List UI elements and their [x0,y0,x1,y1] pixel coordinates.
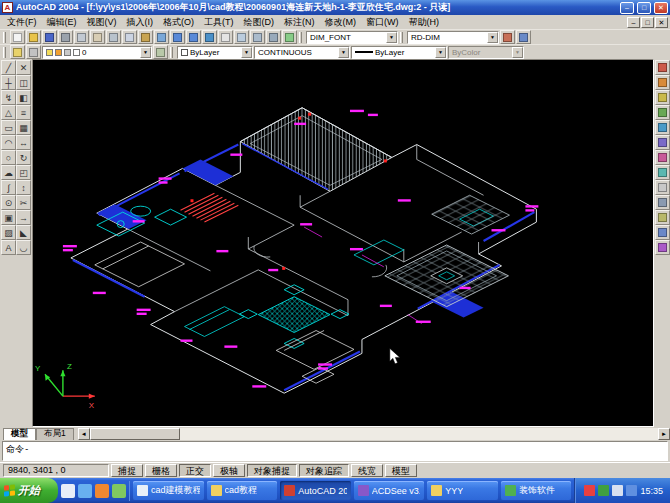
doc-close-icon[interactable]: ✕ [655,17,668,28]
paste-icon[interactable] [138,30,153,44]
stretch-icon[interactable]: ↕ [16,180,31,195]
dim-continue-icon[interactable] [655,180,670,195]
quick-leader-icon[interactable] [655,195,670,210]
array-icon[interactable]: ▦ [16,120,31,135]
toolbar-grip[interactable] [400,32,403,43]
ime-icon[interactable] [584,485,595,496]
menu-modify[interactable]: 修改(M) [320,15,362,30]
chevron-down-icon[interactable]: ▼ [435,47,446,58]
open-icon[interactable] [26,30,41,44]
color-combo[interactable]: ByLayer ▼ [177,46,253,59]
dim-aligned-icon[interactable] [655,75,670,90]
insert-block-icon[interactable]: ▣ [1,210,16,225]
start-button[interactable]: 开始 [0,478,58,503]
dim-baseline-icon[interactable] [655,165,670,180]
show-desktop-icon[interactable] [61,484,75,498]
ellipse-icon[interactable]: ⊙ [1,195,16,210]
linetype-combo[interactable]: CONTINUOUS ▼ [254,46,350,59]
zoom-window-icon[interactable] [250,30,265,44]
circle-icon[interactable]: ○ [1,150,16,165]
move-icon[interactable]: ↔ [16,135,31,150]
close-button[interactable]: ✕ [654,2,668,14]
menu-format[interactable]: 格式(O) [158,15,199,30]
menu-view[interactable]: 视图(V) [82,15,122,30]
doc-minimize-icon[interactable]: – [627,17,640,28]
undo-icon[interactable] [170,30,185,44]
dim-diameter-icon[interactable] [655,120,670,135]
menu-insert[interactable]: 插入(I) [122,15,159,30]
lineweight-combo[interactable]: ByLayer ▼ [351,46,447,59]
scrollbar-track[interactable] [90,428,658,440]
scroll-right-icon[interactable]: ► [658,428,670,440]
insert-hyperlink-icon[interactable] [202,30,217,44]
task-decor-software[interactable]: 装饰软件 [501,481,572,500]
dim-style-icon[interactable] [655,240,670,255]
hatch-icon[interactable]: ▨ [1,225,16,240]
trim-icon[interactable]: ✂ [16,195,31,210]
polygon-icon[interactable]: △ [1,105,16,120]
chevron-down-icon[interactable]: ▼ [241,47,252,58]
dim-style-combo[interactable]: RD-DIM ▼ [407,31,499,44]
print-icon[interactable] [58,30,73,44]
toggle-model-space[interactable]: 模型 [385,464,417,477]
toggle-lineweight[interactable]: 线宽 [351,464,383,477]
scroll-left-icon[interactable]: ◄ [78,428,90,440]
task-acdsee[interactable]: ACDSee v3.1 - 20... [354,481,425,500]
zoom-previous-icon[interactable] [266,30,281,44]
arc-icon[interactable]: ◠ [1,135,16,150]
copy-icon[interactable] [122,30,137,44]
chevron-down-icon[interactable]: ▼ [338,47,349,58]
task-autocad[interactable]: AutoCAD 2004 - [... [280,481,351,500]
menu-draw[interactable]: 绘图(D) [239,15,280,30]
internet-explorer-icon[interactable] [78,484,92,498]
doc-restore-icon[interactable]: □ [641,17,654,28]
messenger-icon[interactable] [112,484,126,498]
layer-combo[interactable]: 0 ▼ [42,46,152,59]
text-icon[interactable]: A [1,240,16,255]
horizontal-scrollbar[interactable]: ◄ ► [78,428,670,440]
task-yyy[interactable]: YYY [427,481,498,500]
menu-dimension[interactable]: 标注(N) [279,15,320,30]
tab-layout1[interactable]: 布局1 [36,428,74,440]
toggle-ortho[interactable]: 正交 [179,464,211,477]
menu-file[interactable]: 文件(F) [2,15,42,30]
zoom-realtime-icon[interactable] [234,30,249,44]
erase-icon[interactable]: ✕ [16,60,31,75]
revision-cloud-icon[interactable]: ☁ [1,165,16,180]
rectangle-icon[interactable]: ▭ [1,120,16,135]
toolbar-grip[interactable] [3,32,6,43]
drawing-canvas[interactable]: X Y Z [32,59,654,427]
toolbar-grip[interactable] [170,47,173,58]
maximize-button[interactable]: □ [637,2,651,14]
tolerance-icon[interactable] [655,210,670,225]
dim-radius-icon[interactable] [655,105,670,120]
properties-icon[interactable] [282,30,297,44]
dim-ordinate-icon[interactable] [655,90,670,105]
rotate-icon[interactable]: ↻ [16,150,31,165]
minimize-button[interactable]: – [620,2,634,14]
task-notepad[interactable]: cad建模教程 - 记... [133,481,204,500]
menu-tools[interactable]: 工具(T) [199,15,239,30]
layer-previous-icon[interactable] [26,45,41,59]
polyline-icon[interactable]: ↯ [1,90,16,105]
menu-edit[interactable]: 编辑(E) [42,15,82,30]
task-folder-cad[interactable]: cad教程 [207,481,278,500]
toggle-polar[interactable]: 极轴 [213,464,245,477]
toggle-osnap[interactable]: 对象捕捉 [247,464,297,477]
offset-icon[interactable]: ≡ [16,105,31,120]
chevron-down-icon[interactable]: ▼ [386,32,397,43]
spelling-icon[interactable] [90,30,105,44]
match-properties-icon[interactable] [154,30,169,44]
extend-icon[interactable]: → [16,210,31,225]
command-input[interactable]: 命令- [2,441,668,461]
scale-icon[interactable]: ◰ [16,165,31,180]
tab-model[interactable]: 模型 [3,428,36,440]
clock[interactable]: 15:35 [640,486,663,496]
pan-realtime-icon[interactable] [218,30,233,44]
redo-icon[interactable] [186,30,201,44]
chevron-down-icon[interactable]: ▼ [140,47,151,58]
dimension-style-manager-icon[interactable] [516,30,531,44]
toolbar-grip[interactable] [299,32,302,43]
chevron-down-icon[interactable]: ▼ [487,32,498,43]
quick-dim-icon[interactable] [655,150,670,165]
